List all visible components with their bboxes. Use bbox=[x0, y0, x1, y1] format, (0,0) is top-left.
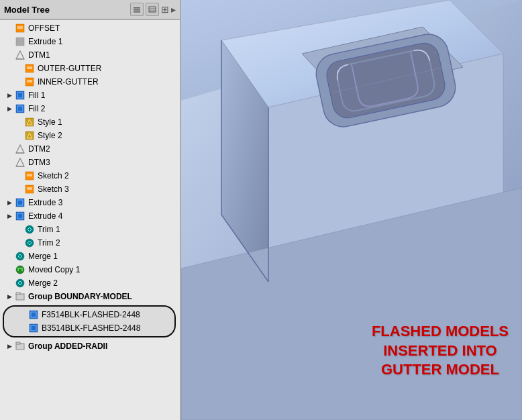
item-label-20: Merge 2 bbox=[28, 278, 58, 288]
item-label-21: Group BOUNDARY-MODEL bbox=[28, 292, 132, 301]
item-icon-7 bbox=[15, 103, 25, 114]
item-label-6: Fill 1 bbox=[28, 91, 45, 100]
tree-scroll-area[interactable]: OFFSETExtrude 1DTM1OUTER-GUTTERINNER-GUT… bbox=[0, 20, 180, 420]
item-icon-5 bbox=[24, 76, 35, 87]
expand-arrow-23 bbox=[19, 324, 27, 332]
model-tree-panel: Model Tree ⊞ ▸ OFFSETExtrude 1DTM1OUTER-… bbox=[0, 0, 181, 420]
expand-arrow-15[interactable]: ▶ bbox=[5, 212, 13, 220]
tree-item-9[interactable]: Style 2 bbox=[0, 129, 180, 142]
expand-arrow-4 bbox=[15, 64, 23, 72]
svg-marker-10 bbox=[16, 51, 24, 59]
expand-arrow-5 bbox=[15, 78, 23, 86]
item-label-22: F3514BLK-FLASHED-2448 bbox=[42, 310, 140, 319]
tree-item-15[interactable]: ▶Extrude 4 bbox=[0, 209, 180, 223]
tree-item-11[interactable]: DTM3 bbox=[0, 156, 180, 169]
item-label-14: Extrude 3 bbox=[28, 198, 62, 207]
item-label-2: Extrude 1 bbox=[28, 37, 62, 46]
svg-point-42 bbox=[16, 252, 24, 260]
item-icon-3 bbox=[15, 50, 25, 60]
tree-item-24[interactable]: ▶Group ADDED-RADII bbox=[0, 339, 180, 353]
tree-item-5[interactable]: INNER-GUTTER bbox=[0, 75, 180, 89]
tree-item-1[interactable]: OFFSET bbox=[0, 21, 180, 35]
expand-arrow-3 bbox=[5, 51, 13, 59]
header-toolbar: ⊞ ▸ bbox=[130, 3, 176, 16]
tree-item-19[interactable]: Moved Copy 1 bbox=[0, 263, 180, 276]
tree-item-4[interactable]: OUTER-GUTTER bbox=[0, 62, 180, 75]
item-icon-19 bbox=[15, 264, 25, 275]
item-label-11: DTM3 bbox=[28, 158, 50, 167]
annotation-overlay: FLASHED MODELS INSERTED INTO GUTTER MODE… bbox=[372, 322, 509, 380]
item-label-10: DTM2 bbox=[28, 144, 50, 154]
expand-arrow-20 bbox=[5, 279, 13, 287]
svg-point-43 bbox=[16, 266, 24, 274]
tree-item-6[interactable]: ▶Fill 1 bbox=[0, 89, 180, 102]
item-icon-10 bbox=[15, 144, 25, 154]
tool-icon-btn[interactable] bbox=[130, 3, 144, 16]
item-icon-8 bbox=[24, 117, 35, 127]
tree-item-12[interactable]: Sketch 2 bbox=[0, 169, 180, 182]
expand-icon[interactable]: ⊞ bbox=[161, 4, 169, 15]
tree-item-17[interactable]: Trim 2 bbox=[0, 236, 180, 250]
expand-arrow-7[interactable]: ▶ bbox=[5, 105, 13, 113]
expand-arrow-11 bbox=[5, 158, 13, 166]
tree-item-18[interactable]: Merge 1 bbox=[0, 250, 180, 263]
expand-arrow-6[interactable]: ▶ bbox=[5, 91, 13, 99]
item-icon-14 bbox=[15, 197, 25, 208]
svg-rect-52 bbox=[16, 342, 20, 344]
item-label-3: DTM1 bbox=[28, 50, 50, 60]
tree-item-7[interactable]: ▶Fill 2 bbox=[0, 102, 180, 115]
annotation-line2: INSERTED INTO bbox=[372, 342, 509, 361]
tree-item-3[interactable]: DTM1 bbox=[0, 48, 180, 62]
item-label-18: Merge 1 bbox=[28, 252, 58, 261]
item-label-15: Extrude 4 bbox=[28, 211, 62, 221]
expand-arrow-19 bbox=[5, 266, 13, 274]
item-label-13: Sketch 3 bbox=[38, 185, 69, 194]
tree-item-2[interactable]: Extrude 1 bbox=[0, 35, 180, 48]
tree-item-16[interactable]: Trim 1 bbox=[0, 223, 180, 236]
item-label-12: Sketch 2 bbox=[38, 171, 69, 180]
item-icon-16 bbox=[24, 224, 35, 235]
svg-rect-3 bbox=[149, 7, 156, 12]
item-label-16: Trim 1 bbox=[38, 225, 60, 234]
model-tree-header: Model Tree ⊞ ▸ bbox=[0, 0, 180, 20]
item-icon-22 bbox=[28, 309, 39, 320]
highlighted-flashed-models-group: F3514BLK-FLASHED-2448B3514BLK-FLASHED-24… bbox=[3, 305, 176, 337]
item-label-8: Style 1 bbox=[38, 117, 62, 127]
tree-item-22[interactable]: F3514BLK-FLASHED-2448 bbox=[4, 308, 174, 321]
item-icon-23 bbox=[28, 323, 39, 333]
item-icon-15 bbox=[15, 211, 25, 221]
expand-arrow-10 bbox=[5, 145, 13, 153]
tree-item-20[interactable]: Merge 2 bbox=[0, 276, 180, 290]
item-label-24: Group ADDED-RADII bbox=[28, 342, 107, 351]
tree-item-10[interactable]: DTM2 bbox=[0, 142, 180, 156]
expand-arrow-24[interactable]: ▶ bbox=[5, 342, 13, 350]
tree-item-14[interactable]: ▶Extrude 3 bbox=[0, 196, 180, 209]
more-icon[interactable]: ▸ bbox=[171, 4, 176, 15]
item-label-4: OUTER-GUTTER bbox=[38, 64, 101, 73]
panel-title: Model Tree bbox=[4, 5, 126, 15]
expand-arrow-21[interactable]: ▶ bbox=[5, 293, 13, 301]
svg-rect-9 bbox=[16, 38, 24, 46]
item-icon-11 bbox=[15, 157, 25, 168]
list-icon-btn[interactable] bbox=[146, 3, 159, 16]
annotation-line1: FLASHED MODELS bbox=[372, 322, 509, 342]
item-icon-20 bbox=[15, 278, 25, 288]
svg-marker-26 bbox=[16, 145, 24, 153]
svg-rect-0 bbox=[134, 7, 140, 9]
tree-item-8[interactable]: Style 1 bbox=[0, 115, 180, 129]
expand-arrow-18 bbox=[5, 252, 13, 260]
tree-item-23[interactable]: B3514BLK-FLASHED-2448 bbox=[4, 321, 174, 335]
item-label-19: Moved Copy 1 bbox=[28, 265, 80, 274]
item-label-17: Trim 2 bbox=[38, 238, 60, 248]
svg-rect-46 bbox=[16, 293, 20, 295]
item-icon-2 bbox=[15, 36, 25, 47]
tree-item-21[interactable]: ▶Group BOUNDARY-MODEL bbox=[0, 290, 180, 303]
item-icon-24 bbox=[15, 341, 25, 352]
expand-arrow-2 bbox=[5, 38, 13, 46]
tree-item-13[interactable]: Sketch 3 bbox=[0, 182, 180, 196]
annotation-line3: GUTTER MODEL bbox=[372, 360, 509, 380]
item-label-9: Style 2 bbox=[38, 131, 62, 140]
expand-arrow-14[interactable]: ▶ bbox=[5, 199, 13, 207]
item-icon-9 bbox=[24, 130, 35, 141]
item-icon-13 bbox=[24, 184, 35, 195]
